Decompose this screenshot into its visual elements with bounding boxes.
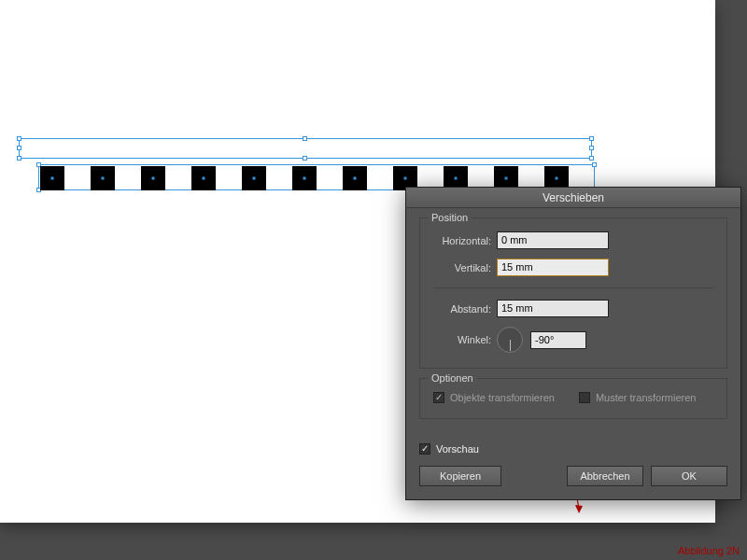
resize-handle[interactable] [17,146,21,150]
winkel-input[interactable]: -90° [530,331,586,349]
resize-handle[interactable] [592,162,597,167]
ok-button[interactable]: OK [651,466,727,486]
dialog-title[interactable]: Verschieben [406,188,740,208]
square-object[interactable] [40,166,64,190]
position-fieldset: Position Horizontal: 0 mm Vertikal: 15 m… [419,217,727,369]
abstand-label: Abstand: [433,303,497,315]
resize-handle[interactable] [589,136,594,141]
fieldset-divider [433,287,713,288]
resize-handle[interactable] [589,146,594,150]
square-object[interactable] [141,166,165,190]
checkbox-icon[interactable] [419,443,430,455]
move-dialog: Verschieben Position Horizontal: 0 mm Ve… [405,187,741,500]
square-object[interactable] [343,166,367,190]
abstand-input[interactable]: 15 mm [497,300,609,317]
figure-caption: Abbildung 2N [678,545,740,556]
square-object[interactable] [242,166,266,190]
resize-handle[interactable] [17,136,21,141]
muster-transformieren-label: Muster transformieren [596,392,697,403]
resize-handle[interactable] [589,156,594,161]
checkbox-icon[interactable] [433,392,444,403]
abbrechen-button[interactable]: Abbrechen [567,466,643,486]
vorschau-label: Vorschau [436,443,479,455]
angle-dial[interactable] [497,327,523,353]
square-object[interactable] [91,166,115,190]
kopieren-button[interactable]: Kopieren [419,466,501,486]
resize-handle[interactable] [17,156,21,161]
optionen-fieldset: Optionen Objekte transformieren Muster t… [419,378,727,419]
square-object[interactable] [292,166,317,190]
resize-handle[interactable] [303,136,307,141]
winkel-label: Winkel: [433,334,497,345]
selection-bbox-top[interactable] [19,138,592,159]
vertikal-label: Vertikal: [433,262,497,273]
horizontal-label: Horizontal: [433,235,497,246]
objekte-transformieren-label: Objekte transformieren [450,392,555,403]
square-object[interactable] [191,166,216,190]
resize-handle[interactable] [303,156,307,161]
optionen-legend: Optionen [428,372,477,384]
horizontal-input[interactable]: 0 mm [497,231,609,249]
position-legend: Position [428,212,472,223]
checkbox-icon[interactable] [579,392,590,403]
vertikal-input[interactable]: 15 mm [497,259,609,276]
